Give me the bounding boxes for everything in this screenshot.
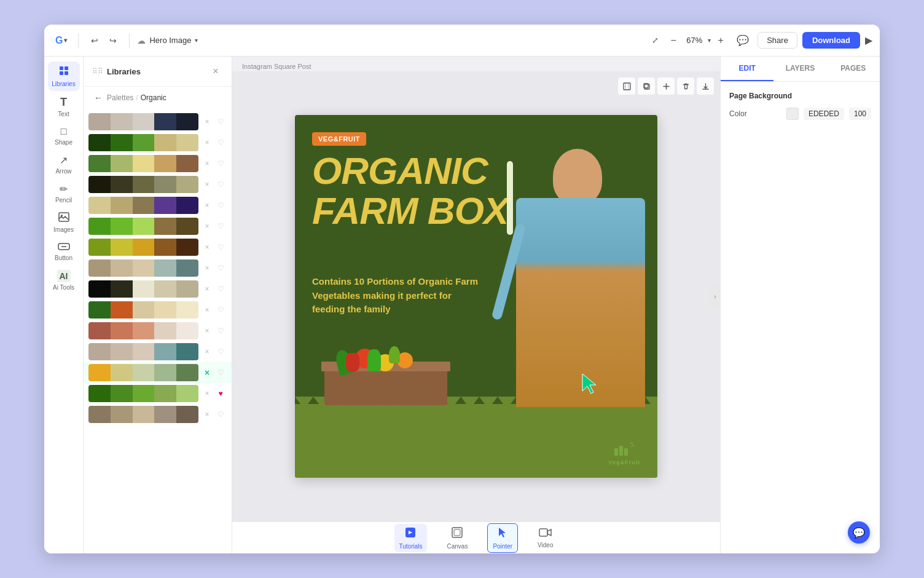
- sidebar-item-libraries[interactable]: Libraries: [48, 61, 80, 91]
- breadcrumb-back-button[interactable]: ←: [92, 92, 104, 104]
- palette-heart-button[interactable]: ♡: [214, 178, 227, 191]
- palette-heart-button[interactable]: ♥: [214, 387, 227, 400]
- palette-swatch-4[interactable]: [88, 176, 198, 193]
- palette-heart-button[interactable]: ♡: [214, 366, 227, 379]
- palette-swatch-7[interactable]: [88, 239, 198, 256]
- sidebar-item-button[interactable]: Button: [48, 238, 80, 265]
- palette-swatch-8[interactable]: [88, 259, 198, 277]
- palette-delete-button[interactable]: ×: [201, 241, 213, 253]
- palette-heart-button[interactable]: ♡: [214, 199, 227, 212]
- sidebar-item-arrow[interactable]: ↗ Arrow: [48, 151, 80, 178]
- undo-button[interactable]: ↩: [86, 32, 103, 49]
- swatch-color: [111, 197, 133, 214]
- bottom-tool-tutorials[interactable]: Tutorials: [394, 524, 428, 552]
- palette-delete-button[interactable]: ×: [201, 157, 213, 170]
- canvas-tool-label: Canvas: [447, 543, 468, 550]
- palette-swatch-9[interactable]: [88, 280, 198, 298]
- palette-swatch-11[interactable]: [88, 322, 198, 339]
- palette-delete-button[interactable]: ×: [201, 346, 213, 358]
- palette-heart-button[interactable]: ♡: [214, 241, 227, 253]
- chat-bubble-button[interactable]: 💬: [848, 521, 870, 544]
- palette-delete-button[interactable]: ×: [201, 387, 213, 400]
- sidebar-item-images[interactable]: Images: [48, 208, 80, 237]
- right-tab-edit[interactable]: EDIT: [721, 57, 773, 81]
- canvas-download-icon-button[interactable]: [697, 77, 714, 95]
- right-tab-layers[interactable]: LAYERS: [773, 57, 826, 81]
- color-label: Color: [729, 109, 781, 118]
- panel-close-button[interactable]: ×: [208, 64, 223, 79]
- palette-delete-button[interactable]: ×: [201, 304, 213, 316]
- palette-delete-button[interactable]: ×: [201, 283, 213, 295]
- palette-delete-button[interactable]: ×: [201, 199, 213, 212]
- palette-swatch-14[interactable]: [88, 385, 198, 402]
- palette-heart-button[interactable]: ♡: [214, 220, 227, 232]
- palette-heart-button[interactable]: ♡: [214, 304, 227, 316]
- canvas-copy-button[interactable]: [638, 77, 655, 95]
- palette-swatch-6[interactable]: [88, 218, 198, 235]
- palette-heart-button[interactable]: ♡: [214, 346, 227, 358]
- color-hex-value[interactable]: EDEDED: [804, 108, 844, 120]
- palette-delete-button[interactable]: ×: [201, 408, 213, 421]
- design-canvas[interactable]: VEG&FRUIT ORGANIC FARM BOX Contains 10 P…: [295, 115, 657, 478]
- resize-icon-btn[interactable]: ⤢: [646, 32, 664, 49]
- zoom-in-button[interactable]: +: [713, 33, 728, 48]
- swatch-color: [176, 155, 198, 172]
- bottom-tool-video[interactable]: Video: [533, 525, 558, 551]
- palette-delete-button[interactable]: ×: [201, 178, 213, 191]
- color-opacity-value[interactable]: 100: [849, 108, 871, 120]
- main-area: Libraries T Text □ Shape ↗ Arrow ✏ Penci…: [44, 57, 880, 553]
- right-panel-collapse-button[interactable]: ›: [710, 285, 720, 307]
- sidebar-item-ai-tools[interactable]: AI Ai Tools: [48, 266, 80, 295]
- palette-delete-button[interactable]: ×: [201, 220, 213, 232]
- palette-delete-button[interactable]: ×: [201, 262, 213, 274]
- palette-delete-button[interactable]: ×: [201, 325, 213, 337]
- swatch-color: [111, 176, 133, 193]
- swatch-color: [176, 176, 198, 193]
- palette-swatch-12[interactable]: [88, 343, 198, 360]
- palette-heart-button[interactable]: ♡: [214, 262, 227, 274]
- swatch-color: [154, 259, 176, 277]
- veggie-7: [389, 346, 400, 363]
- palette-swatch-15[interactable]: [88, 406, 198, 423]
- palette-heart-button[interactable]: ♡: [214, 116, 227, 128]
- palette-heart-button[interactable]: ♡: [214, 137, 227, 149]
- right-tab-pages[interactable]: PAGES: [827, 57, 880, 81]
- zoom-out-button[interactable]: −: [666, 33, 681, 48]
- palette-swatch-13[interactable]: [88, 364, 198, 381]
- palette-swatch-2[interactable]: [88, 134, 198, 151]
- palette-heart-button[interactable]: ♡: [214, 408, 227, 421]
- palette-delete-button[interactable]: ×: [201, 116, 213, 128]
- bottom-tool-pointer[interactable]: Pointer: [487, 523, 518, 553]
- play-button[interactable]: ▶: [865, 34, 872, 46]
- sidebar-item-pencil[interactable]: ✏ Pencil: [48, 180, 80, 207]
- palette-delete-button[interactable]: ×: [201, 366, 213, 379]
- sidebar-item-text[interactable]: T Text: [48, 92, 80, 121]
- swatch-color: [154, 301, 176, 319]
- color-swatch[interactable]: [786, 108, 799, 120]
- comment-button[interactable]: 💬: [733, 31, 753, 50]
- breadcrumb-parent-link[interactable]: Palettes: [107, 93, 133, 102]
- download-button[interactable]: Download: [802, 32, 860, 49]
- canvas-add-button[interactable]: [657, 77, 675, 95]
- share-button[interactable]: Share: [758, 32, 797, 49]
- palette-heart-button[interactable]: ♡: [214, 157, 227, 170]
- swatch-color: [88, 406, 111, 423]
- sidebar-item-shape[interactable]: □ Shape: [48, 122, 80, 149]
- palette-swatch-5[interactable]: [88, 197, 198, 214]
- body: [516, 198, 645, 407]
- palette-actions: × ♡: [201, 116, 227, 128]
- swatch-color: [133, 280, 155, 298]
- palette-delete-button[interactable]: ×: [201, 137, 213, 149]
- canvas-viewport[interactable]: VEG&FRUIT ORGANIC FARM BOX Contains 10 P…: [232, 71, 720, 521]
- palette-swatch-1[interactable]: [88, 113, 198, 130]
- redo-button[interactable]: ↪: [104, 32, 122, 49]
- canvas-delete-button[interactable]: [677, 77, 694, 95]
- google-logo-button[interactable]: G ▾: [52, 33, 71, 49]
- palette-swatch-3[interactable]: [88, 155, 198, 172]
- palette-swatch-10[interactable]: [88, 301, 198, 319]
- palette-heart-button[interactable]: ♡: [214, 283, 227, 295]
- palette-heart-button[interactable]: ♡: [214, 325, 227, 337]
- canvas-resize-button[interactable]: [618, 77, 635, 95]
- bottom-tool-canvas[interactable]: Canvas: [442, 524, 472, 552]
- libraries-panel: ⠿⠿ Libraries × ← Palettes / Organic: [84, 57, 232, 553]
